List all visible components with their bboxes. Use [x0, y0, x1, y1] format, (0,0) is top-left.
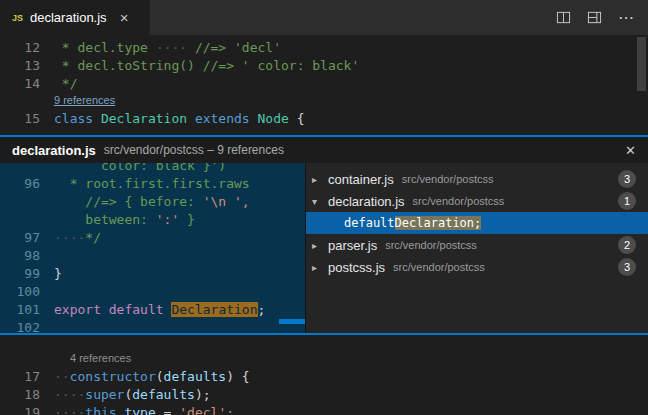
- code-token: ····: [54, 230, 85, 245]
- count-badge: 3: [618, 258, 636, 276]
- tab-close-icon[interactable]: ×: [120, 9, 129, 26]
- line-content: color: black }'): [54, 163, 226, 175]
- peek-horizontal-scrollbar[interactable]: [279, 319, 305, 324]
- codelens-references-link[interactable]: 9 references: [54, 94, 115, 106]
- more-actions-icon[interactable]: ⋯: [618, 10, 634, 26]
- code-line[interactable]: 102: [0, 319, 305, 333]
- file-name: container.js: [328, 172, 394, 187]
- code-line[interactable]: 14 */: [0, 75, 648, 93]
- code-token: * root.first.first.raws: [54, 176, 250, 191]
- chevron-icon[interactable]: ▾: [312, 196, 328, 207]
- code-token: super: [85, 387, 124, 402]
- chevron-icon[interactable]: ▸: [312, 262, 328, 273]
- code-token: {: [289, 111, 305, 126]
- peek-close-icon[interactable]: ✕: [625, 143, 636, 158]
- code-token: 'decl';: [179, 405, 234, 415]
- code-token: class: [54, 111, 93, 126]
- code-line[interactable]: 98: [0, 247, 305, 265]
- line-content: */: [54, 75, 77, 93]
- code-token: =: [156, 405, 179, 415]
- file-name: declaration.js: [328, 194, 405, 209]
- codelens-row: 9 references: [54, 93, 648, 110]
- chevron-icon[interactable]: ▸: [312, 174, 328, 185]
- codelens-row-bottom: 4 references: [70, 351, 648, 368]
- tab-declaration-js[interactable]: JS declaration.js ×: [0, 0, 150, 35]
- editor-top: 12 * decl.type ···· //=> 'decl'13 * decl…: [0, 35, 648, 128]
- line-number: 100: [0, 283, 40, 301]
- line-number: 99: [0, 265, 40, 283]
- code-line[interactable]: //=> { before: '\n ',: [0, 193, 305, 211]
- reference-file-row[interactable]: ▾declaration.jssrc/vendor/postcss1: [306, 190, 648, 212]
- code-token: ····: [54, 405, 85, 415]
- code-line[interactable]: 19····this.type = 'decl';: [0, 404, 648, 415]
- code-token: ····: [156, 40, 187, 55]
- file-path: src/vendor/postcss: [393, 261, 485, 273]
- code-token: extends: [195, 111, 250, 126]
- code-token: ····: [54, 387, 85, 402]
- line-content: between: ':' }: [54, 211, 195, 229]
- code-line[interactable]: 101export default Declaration;: [0, 301, 305, 319]
- js-file-icon: JS: [12, 13, 23, 23]
- line-number: [0, 163, 40, 175]
- code-line[interactable]: 18····super(defaults);: [0, 386, 648, 404]
- code-token: //=> { before:: [54, 194, 203, 209]
- code-token: between:: [54, 212, 156, 227]
- count-badge: 2: [618, 236, 636, 254]
- file-path: src/vendor/postcss: [385, 239, 477, 251]
- code-line[interactable]: 99}: [0, 265, 305, 283]
- scrollbar-thumb[interactable]: [637, 37, 646, 91]
- line-number: [0, 211, 40, 229]
- editor-bottom: 4 references 17··constructor(defaults) {…: [0, 347, 648, 415]
- code-token: [101, 302, 109, 317]
- code-line[interactable]: color: black }'): [0, 163, 305, 175]
- code-line[interactable]: 96 * root.first.first.raws: [0, 175, 305, 193]
- split-editor-icon[interactable]: [556, 10, 571, 25]
- file-path: src/vendor/postcss: [413, 195, 505, 207]
- code-line[interactable]: 13 * decl.toString() //=> ' color: black…: [0, 57, 648, 75]
- code-token: color: black }'): [54, 163, 226, 173]
- code-token: type: [124, 405, 155, 415]
- code-token: [250, 111, 258, 126]
- code-token: }: [54, 266, 62, 281]
- code-token: }: [179, 212, 195, 227]
- code-token: ··: [54, 369, 70, 384]
- code-token: ;: [258, 302, 266, 317]
- line-content: * decl.type ···· //=> 'decl': [54, 39, 281, 57]
- line-content: ····this.type = 'decl';: [54, 404, 234, 415]
- editor-lines-top: 12 * decl.type ···· //=> 'decl'13 * decl…: [0, 39, 648, 93]
- code-line[interactable]: between: ':' }: [0, 211, 305, 229]
- chevron-icon[interactable]: ▸: [312, 240, 328, 251]
- file-name: postcss.js: [328, 260, 385, 275]
- file-name: parser.js: [328, 238, 377, 253]
- code-token: Declaration: [101, 111, 187, 126]
- line-number: 12: [0, 39, 40, 57]
- code-line[interactable]: 17··constructor(defaults) {: [0, 368, 648, 386]
- code-token: (: [156, 369, 164, 384]
- codelens-references-link-bottom[interactable]: 4 references: [70, 352, 131, 364]
- code-token: defaults: [164, 369, 227, 384]
- code-line[interactable]: 100: [0, 283, 305, 301]
- line-number: 101: [0, 301, 40, 319]
- reference-file-row[interactable]: ▸container.jssrc/vendor/postcss3: [306, 168, 648, 190]
- editor-actions: ⋯: [556, 0, 648, 35]
- code-token: Node: [258, 111, 289, 126]
- code-line[interactable]: 12 * decl.type ···· //=> 'decl': [0, 39, 648, 57]
- line-content: * decl.toString() //=> ' color: black': [54, 57, 359, 75]
- peek-editor: color: black }')96 * root.first.first.ra…: [0, 163, 305, 333]
- code-token: Declaration: [171, 302, 257, 317]
- code-token: default: [109, 302, 164, 317]
- reference-file-row[interactable]: ▸parser.jssrc/vendor/postcss2: [306, 234, 648, 256]
- reference-item-row[interactable]: default Declaration;: [306, 212, 648, 234]
- line-number: [0, 193, 40, 211]
- line-content: export default Declaration;: [54, 301, 265, 319]
- count-badge: 3: [618, 170, 636, 188]
- line-number: 97: [0, 229, 40, 247]
- code-token: [93, 111, 101, 126]
- line-number: 14: [0, 75, 40, 93]
- code-token: );: [195, 387, 211, 402]
- code-line[interactable]: 15class Declaration extends Node {: [0, 110, 648, 128]
- code-line[interactable]: 97····*/: [0, 229, 305, 247]
- reference-file-row[interactable]: ▸postcss.jssrc/vendor/postcss3: [306, 256, 648, 278]
- code-token: [187, 111, 195, 126]
- editor-layout-icon[interactable]: [587, 10, 602, 25]
